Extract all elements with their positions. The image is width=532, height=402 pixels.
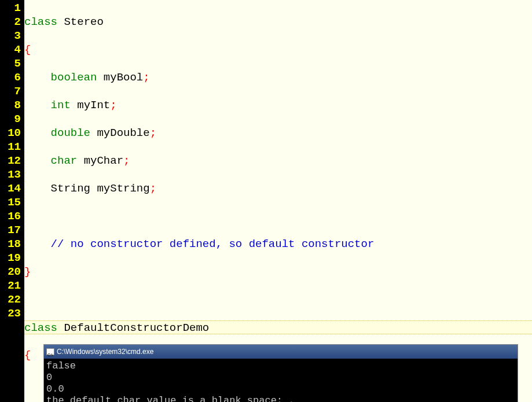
code-area[interactable]: class Stereo { boolean myBool; int myInt… bbox=[24, 0, 532, 402]
code-line[interactable]: double myDouble; bbox=[24, 126, 532, 140]
code-line[interactable] bbox=[24, 293, 532, 307]
type-keyword: double bbox=[51, 127, 90, 139]
line-number: 5 bbox=[5, 57, 21, 71]
console-title: C:\Windows\system32\cmd.exe bbox=[57, 346, 153, 357]
code-line[interactable]: } bbox=[24, 265, 532, 279]
line-number: 18 bbox=[5, 237, 21, 251]
line-number: 19 bbox=[5, 251, 21, 265]
code-line[interactable]: class Stereo bbox=[24, 15, 532, 29]
line-number: 23 bbox=[5, 307, 21, 320]
semicolon: ; bbox=[143, 71, 149, 84]
code-line[interactable]: String myString; bbox=[24, 182, 532, 196]
line-number: 3 bbox=[5, 29, 21, 43]
line-number: 2 bbox=[5, 15, 21, 29]
field: myDouble bbox=[97, 127, 149, 139]
brace-open: { bbox=[24, 43, 31, 56]
class-name: Stereo bbox=[64, 16, 103, 28]
class-name: DefaultConstructorDemo bbox=[64, 322, 209, 334]
semicolon: ; bbox=[150, 127, 156, 139]
line-number: 15 bbox=[5, 196, 21, 209]
console-output[interactable]: false00.0the default char value is a bla… bbox=[44, 359, 518, 402]
semicolon: ; bbox=[123, 154, 130, 167]
line-number: 10 bbox=[5, 126, 21, 140]
keyword-class: class bbox=[24, 16, 57, 28]
field: myString bbox=[97, 182, 149, 195]
semicolon: ; bbox=[110, 99, 116, 112]
brace-close: } bbox=[24, 265, 31, 278]
line-number: 20 bbox=[5, 265, 21, 279]
line-number: 12 bbox=[5, 154, 21, 168]
field: myInt bbox=[77, 99, 110, 112]
keyword-class: class bbox=[24, 322, 57, 334]
brace-open: { bbox=[24, 349, 31, 362]
editor-pane: 1 2 3 4 5 6 7 8 9 10 11 12 13 14 15 16 1… bbox=[0, 0, 532, 402]
type-keyword: char bbox=[51, 154, 78, 167]
line-number: 16 bbox=[5, 209, 21, 223]
line-number: 14 bbox=[5, 182, 21, 196]
type-keyword: boolean bbox=[51, 71, 97, 84]
code-line[interactable]: char myChar; bbox=[24, 154, 532, 168]
line-number: 6 bbox=[5, 71, 21, 84]
line-number: 8 bbox=[5, 98, 21, 112]
cmd-console-window[interactable]: C:\Windows\system32\cmd.exe false00.0the… bbox=[43, 344, 518, 402]
console-line: false bbox=[46, 360, 515, 372]
code-line-cursor[interactable]: class DefaultConstructorDemo bbox=[24, 320, 532, 334]
line-number: 1 bbox=[5, 1, 21, 15]
console-titlebar[interactable]: C:\Windows\system32\cmd.exe bbox=[44, 345, 518, 359]
console-line: 0 bbox=[46, 372, 515, 383]
line-number: 13 bbox=[5, 168, 21, 182]
type-keyword: int bbox=[51, 99, 71, 112]
line-number-gutter: 1 2 3 4 5 6 7 8 9 10 11 12 13 14 15 16 1… bbox=[0, 0, 24, 402]
field: myChar bbox=[84, 154, 123, 167]
line-number: 11 bbox=[5, 140, 21, 154]
line-number: 17 bbox=[5, 223, 21, 237]
semicolon: ; bbox=[150, 182, 156, 195]
line-number: 9 bbox=[5, 112, 21, 126]
line-number: 22 bbox=[5, 293, 21, 307]
comment: // no constructor defined, so default co… bbox=[51, 238, 375, 250]
cmd-icon bbox=[46, 348, 54, 355]
line-number: 4 bbox=[5, 43, 21, 57]
line-number: 21 bbox=[5, 279, 21, 293]
code-line[interactable]: { bbox=[24, 43, 532, 57]
code-line[interactable] bbox=[24, 209, 532, 223]
line-number: 7 bbox=[5, 84, 21, 98]
console-line: the default char value is a blank space:… bbox=[46, 395, 515, 402]
type-keyword: String bbox=[51, 182, 90, 195]
console-line: 0.0 bbox=[46, 383, 515, 395]
code-line[interactable]: int myInt; bbox=[24, 98, 532, 112]
code-line[interactable]: boolean myBool; bbox=[24, 71, 532, 84]
code-line[interactable]: // no constructor defined, so default co… bbox=[24, 237, 532, 251]
field: myBool bbox=[104, 71, 143, 84]
